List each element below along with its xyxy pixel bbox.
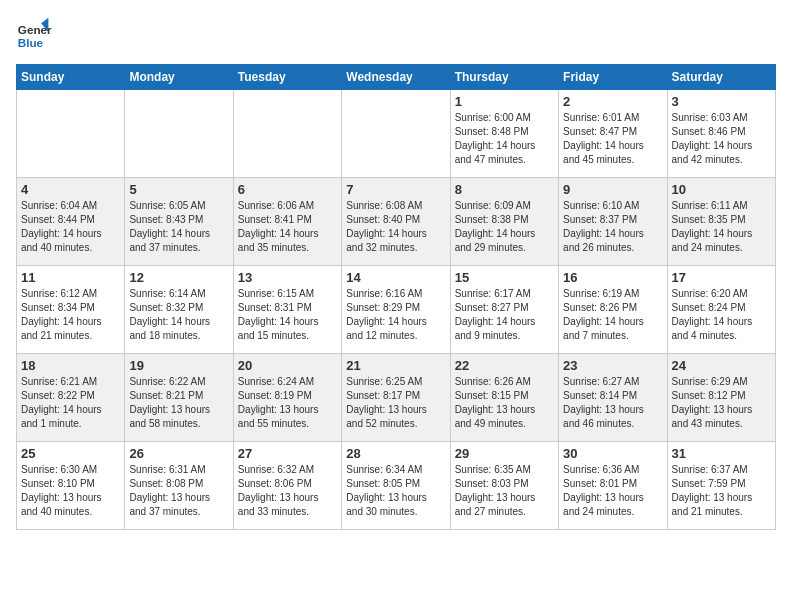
day-number: 7 bbox=[346, 182, 445, 197]
day-info: Sunrise: 6:20 AMSunset: 8:24 PMDaylight:… bbox=[672, 287, 771, 343]
day-info: Sunrise: 6:26 AMSunset: 8:15 PMDaylight:… bbox=[455, 375, 554, 431]
day-info: Sunrise: 6:36 AMSunset: 8:01 PMDaylight:… bbox=[563, 463, 662, 519]
calendar-cell: 6Sunrise: 6:06 AMSunset: 8:41 PMDaylight… bbox=[233, 178, 341, 266]
weekday-header-sunday: Sunday bbox=[17, 65, 125, 90]
day-number: 1 bbox=[455, 94, 554, 109]
calendar-cell: 9Sunrise: 6:10 AMSunset: 8:37 PMDaylight… bbox=[559, 178, 667, 266]
day-info: Sunrise: 6:22 AMSunset: 8:21 PMDaylight:… bbox=[129, 375, 228, 431]
calendar-cell: 13Sunrise: 6:15 AMSunset: 8:31 PMDayligh… bbox=[233, 266, 341, 354]
logo: General Blue bbox=[16, 16, 52, 52]
day-number: 9 bbox=[563, 182, 662, 197]
day-info: Sunrise: 6:06 AMSunset: 8:41 PMDaylight:… bbox=[238, 199, 337, 255]
calendar-cell: 2Sunrise: 6:01 AMSunset: 8:47 PMDaylight… bbox=[559, 90, 667, 178]
day-info: Sunrise: 6:29 AMSunset: 8:12 PMDaylight:… bbox=[672, 375, 771, 431]
calendar-week-row: 18Sunrise: 6:21 AMSunset: 8:22 PMDayligh… bbox=[17, 354, 776, 442]
calendar-cell: 8Sunrise: 6:09 AMSunset: 8:38 PMDaylight… bbox=[450, 178, 558, 266]
day-number: 5 bbox=[129, 182, 228, 197]
day-number: 13 bbox=[238, 270, 337, 285]
day-number: 16 bbox=[563, 270, 662, 285]
calendar-cell: 25Sunrise: 6:30 AMSunset: 8:10 PMDayligh… bbox=[17, 442, 125, 530]
day-number: 4 bbox=[21, 182, 120, 197]
weekday-header-saturday: Saturday bbox=[667, 65, 775, 90]
calendar-cell: 29Sunrise: 6:35 AMSunset: 8:03 PMDayligh… bbox=[450, 442, 558, 530]
day-number: 18 bbox=[21, 358, 120, 373]
day-info: Sunrise: 6:16 AMSunset: 8:29 PMDaylight:… bbox=[346, 287, 445, 343]
day-info: Sunrise: 6:37 AMSunset: 7:59 PMDaylight:… bbox=[672, 463, 771, 519]
day-number: 25 bbox=[21, 446, 120, 461]
calendar-cell: 20Sunrise: 6:24 AMSunset: 8:19 PMDayligh… bbox=[233, 354, 341, 442]
day-number: 15 bbox=[455, 270, 554, 285]
calendar-cell bbox=[342, 90, 450, 178]
day-info: Sunrise: 6:01 AMSunset: 8:47 PMDaylight:… bbox=[563, 111, 662, 167]
calendar-cell bbox=[17, 90, 125, 178]
day-number: 14 bbox=[346, 270, 445, 285]
day-number: 11 bbox=[21, 270, 120, 285]
calendar-cell: 26Sunrise: 6:31 AMSunset: 8:08 PMDayligh… bbox=[125, 442, 233, 530]
day-info: Sunrise: 6:35 AMSunset: 8:03 PMDaylight:… bbox=[455, 463, 554, 519]
page-header: General Blue bbox=[16, 16, 776, 52]
day-number: 22 bbox=[455, 358, 554, 373]
day-number: 27 bbox=[238, 446, 337, 461]
weekday-header-tuesday: Tuesday bbox=[233, 65, 341, 90]
day-info: Sunrise: 6:12 AMSunset: 8:34 PMDaylight:… bbox=[21, 287, 120, 343]
calendar-cell: 15Sunrise: 6:17 AMSunset: 8:27 PMDayligh… bbox=[450, 266, 558, 354]
day-number: 30 bbox=[563, 446, 662, 461]
day-info: Sunrise: 6:00 AMSunset: 8:48 PMDaylight:… bbox=[455, 111, 554, 167]
day-info: Sunrise: 6:24 AMSunset: 8:19 PMDaylight:… bbox=[238, 375, 337, 431]
calendar-cell: 4Sunrise: 6:04 AMSunset: 8:44 PMDaylight… bbox=[17, 178, 125, 266]
day-number: 19 bbox=[129, 358, 228, 373]
day-info: Sunrise: 6:17 AMSunset: 8:27 PMDaylight:… bbox=[455, 287, 554, 343]
calendar-cell: 10Sunrise: 6:11 AMSunset: 8:35 PMDayligh… bbox=[667, 178, 775, 266]
calendar-cell bbox=[125, 90, 233, 178]
day-number: 8 bbox=[455, 182, 554, 197]
calendar-cell: 1Sunrise: 6:00 AMSunset: 8:48 PMDaylight… bbox=[450, 90, 558, 178]
calendar-cell: 30Sunrise: 6:36 AMSunset: 8:01 PMDayligh… bbox=[559, 442, 667, 530]
logo-icon: General Blue bbox=[16, 16, 52, 52]
calendar-cell: 23Sunrise: 6:27 AMSunset: 8:14 PMDayligh… bbox=[559, 354, 667, 442]
calendar-header: SundayMondayTuesdayWednesdayThursdayFrid… bbox=[17, 65, 776, 90]
calendar-cell: 14Sunrise: 6:16 AMSunset: 8:29 PMDayligh… bbox=[342, 266, 450, 354]
calendar-week-row: 4Sunrise: 6:04 AMSunset: 8:44 PMDaylight… bbox=[17, 178, 776, 266]
calendar-cell: 24Sunrise: 6:29 AMSunset: 8:12 PMDayligh… bbox=[667, 354, 775, 442]
calendar-body: 1Sunrise: 6:00 AMSunset: 8:48 PMDaylight… bbox=[17, 90, 776, 530]
day-number: 26 bbox=[129, 446, 228, 461]
day-number: 24 bbox=[672, 358, 771, 373]
day-number: 28 bbox=[346, 446, 445, 461]
day-number: 2 bbox=[563, 94, 662, 109]
calendar-cell: 28Sunrise: 6:34 AMSunset: 8:05 PMDayligh… bbox=[342, 442, 450, 530]
calendar-cell: 27Sunrise: 6:32 AMSunset: 8:06 PMDayligh… bbox=[233, 442, 341, 530]
day-number: 6 bbox=[238, 182, 337, 197]
day-info: Sunrise: 6:14 AMSunset: 8:32 PMDaylight:… bbox=[129, 287, 228, 343]
svg-text:Blue: Blue bbox=[18, 36, 44, 49]
calendar-cell: 5Sunrise: 6:05 AMSunset: 8:43 PMDaylight… bbox=[125, 178, 233, 266]
calendar-cell: 19Sunrise: 6:22 AMSunset: 8:21 PMDayligh… bbox=[125, 354, 233, 442]
calendar-week-row: 25Sunrise: 6:30 AMSunset: 8:10 PMDayligh… bbox=[17, 442, 776, 530]
day-info: Sunrise: 6:25 AMSunset: 8:17 PMDaylight:… bbox=[346, 375, 445, 431]
weekday-header-monday: Monday bbox=[125, 65, 233, 90]
calendar-cell: 11Sunrise: 6:12 AMSunset: 8:34 PMDayligh… bbox=[17, 266, 125, 354]
day-info: Sunrise: 6:08 AMSunset: 8:40 PMDaylight:… bbox=[346, 199, 445, 255]
calendar-week-row: 11Sunrise: 6:12 AMSunset: 8:34 PMDayligh… bbox=[17, 266, 776, 354]
weekday-header-friday: Friday bbox=[559, 65, 667, 90]
day-info: Sunrise: 6:21 AMSunset: 8:22 PMDaylight:… bbox=[21, 375, 120, 431]
calendar-cell: 3Sunrise: 6:03 AMSunset: 8:46 PMDaylight… bbox=[667, 90, 775, 178]
day-info: Sunrise: 6:19 AMSunset: 8:26 PMDaylight:… bbox=[563, 287, 662, 343]
day-number: 10 bbox=[672, 182, 771, 197]
day-number: 3 bbox=[672, 94, 771, 109]
day-info: Sunrise: 6:03 AMSunset: 8:46 PMDaylight:… bbox=[672, 111, 771, 167]
calendar-cell: 18Sunrise: 6:21 AMSunset: 8:22 PMDayligh… bbox=[17, 354, 125, 442]
calendar-cell: 21Sunrise: 6:25 AMSunset: 8:17 PMDayligh… bbox=[342, 354, 450, 442]
calendar-cell: 22Sunrise: 6:26 AMSunset: 8:15 PMDayligh… bbox=[450, 354, 558, 442]
day-info: Sunrise: 6:09 AMSunset: 8:38 PMDaylight:… bbox=[455, 199, 554, 255]
calendar-cell: 31Sunrise: 6:37 AMSunset: 7:59 PMDayligh… bbox=[667, 442, 775, 530]
day-info: Sunrise: 6:30 AMSunset: 8:10 PMDaylight:… bbox=[21, 463, 120, 519]
day-number: 31 bbox=[672, 446, 771, 461]
calendar-table: SundayMondayTuesdayWednesdayThursdayFrid… bbox=[16, 64, 776, 530]
day-info: Sunrise: 6:04 AMSunset: 8:44 PMDaylight:… bbox=[21, 199, 120, 255]
day-info: Sunrise: 6:11 AMSunset: 8:35 PMDaylight:… bbox=[672, 199, 771, 255]
calendar-cell: 7Sunrise: 6:08 AMSunset: 8:40 PMDaylight… bbox=[342, 178, 450, 266]
calendar-week-row: 1Sunrise: 6:00 AMSunset: 8:48 PMDaylight… bbox=[17, 90, 776, 178]
calendar-cell bbox=[233, 90, 341, 178]
day-number: 29 bbox=[455, 446, 554, 461]
day-number: 12 bbox=[129, 270, 228, 285]
